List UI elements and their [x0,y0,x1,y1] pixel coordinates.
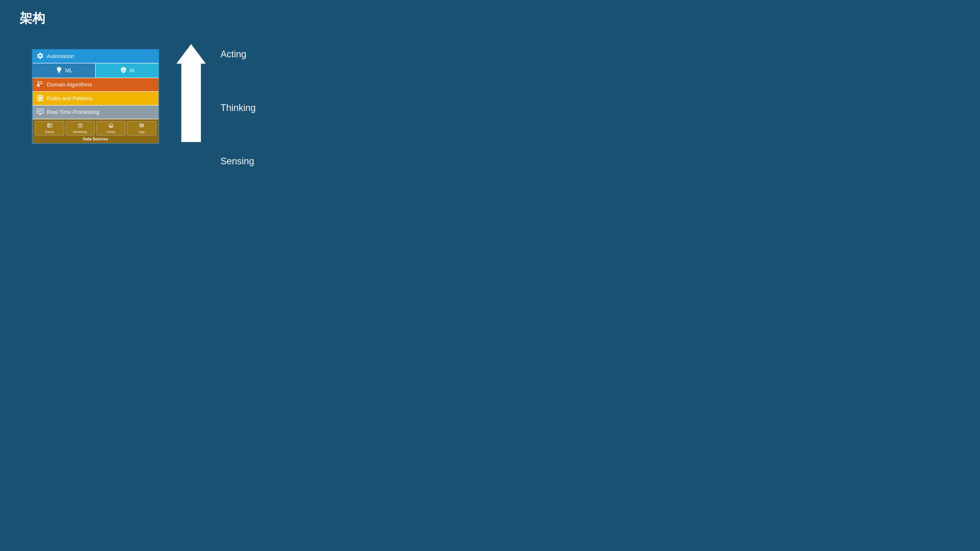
events-label: Events [45,130,54,134]
tickets-icon [108,123,114,129]
ai-head-icon [120,67,127,75]
architecture-diagram: Automation ML AI [32,49,159,144]
monitoring-item: Monitoring [66,121,95,135]
ai-label: AI [130,67,135,74]
ml-label: ML [65,67,73,74]
up-arrow [177,44,206,142]
datasource-items: Events Monitoring [35,121,156,135]
svg-point-29 [110,126,110,127]
svg-rect-7 [40,95,43,98]
svg-point-30 [111,126,112,127]
ml-section: ML [33,64,95,78]
domain-algorithms-row: Domain Algorithms [33,78,159,91]
logs-icon [139,123,144,129]
svg-point-3 [38,85,39,86]
acting-label: Acting [221,49,256,59]
events-icon [47,123,52,129]
page-title: 架构 [20,10,45,27]
svg-rect-20 [48,124,49,125]
ai-section: AI [95,64,159,78]
realtime-icon [37,108,44,116]
logs-item: Logs [127,121,156,135]
rules-icon [37,94,44,103]
labels-container: Acting Thinking Sensing [221,49,256,167]
automation-label: Automation [47,53,74,59]
gear-icon [37,52,44,60]
logs-label: Logs [138,130,145,134]
automation-row: Automation [33,50,159,63]
tickets-item: Tickets [96,121,126,135]
realtime-row: Real Time Processing [33,105,159,119]
rules-patterns-row: Rules and Patterns [33,91,159,105]
domain-icon [37,81,44,89]
rules-patterns-label: Rules and Patterns [47,95,92,102]
monitoring-label: Monitoring [73,130,87,134]
data-sources-section: Events Monitoring [33,119,159,143]
arrow-body [181,64,201,142]
svg-point-27 [80,125,81,126]
realtime-label: Real Time Processing [47,109,99,115]
data-sources-title: Data Sources [35,137,156,141]
up-arrow-container [177,44,206,142]
ml-ai-row: ML AI [33,63,159,78]
lightbulb-icon [56,67,63,75]
tickets-label: Tickets [106,130,116,134]
svg-point-0 [122,69,123,70]
sensing-label: Sensing [221,156,256,167]
arrow-head [177,44,206,64]
events-item: Events [35,121,64,135]
thinking-label: Thinking [221,103,256,113]
svg-point-1 [124,69,125,70]
monitoring-icon [78,123,83,129]
domain-algorithms-label: Domain Algorithms [47,81,92,88]
